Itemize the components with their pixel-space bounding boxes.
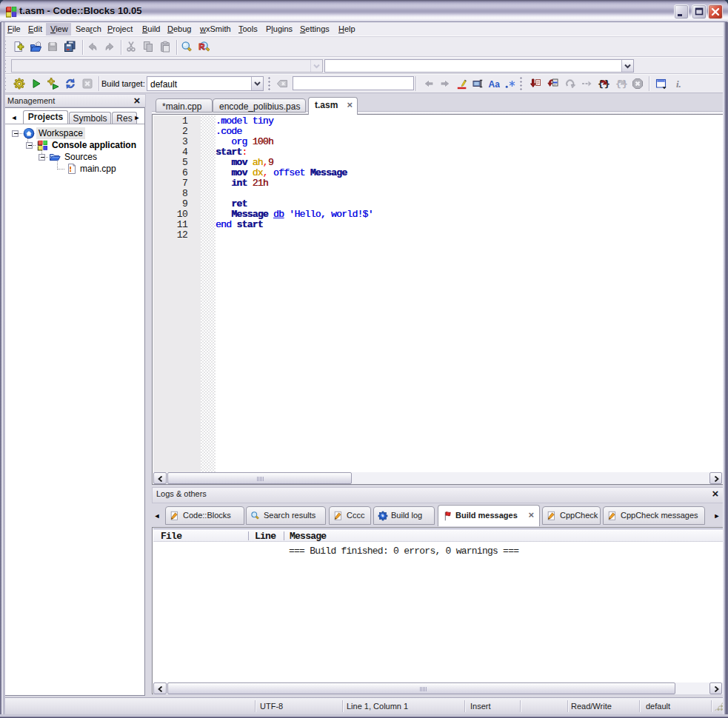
scroll-left-icon[interactable] — [153, 472, 167, 484]
tab-close-icon[interactable]: × — [528, 509, 534, 520]
menu-edit[interactable]: Edit — [28, 22, 42, 36]
logs-tab-search-results[interactable]: Search results — [246, 506, 326, 525]
chevron-down-icon[interactable] — [621, 60, 633, 72]
tabs-scroll-right-icon[interactable]: ► — [133, 112, 141, 124]
build-target-combo[interactable]: default — [147, 76, 264, 91]
dbg-windows-button[interactable] — [653, 76, 670, 93]
logs-tab-cppcheck[interactable]: CppCheck — [542, 506, 601, 525]
menu-project[interactable]: Project — [107, 22, 133, 36]
selection-button[interactable] — [470, 76, 487, 93]
editor-tab--main-cpp[interactable]: *main.cpp — [156, 98, 213, 113]
dbg-step-button[interactable] — [578, 76, 595, 93]
clear-search-button[interactable] — [274, 76, 291, 93]
replace-button[interactable]: R — [196, 38, 213, 56]
open-file-button[interactable] — [27, 38, 44, 56]
cut-button[interactable] — [123, 38, 140, 56]
menu-debug[interactable]: Debug — [167, 22, 191, 36]
tree-expander-icon[interactable] — [39, 154, 45, 161]
scroll-right-icon[interactable] — [709, 472, 722, 484]
management-pane-caption[interactable]: Management × — [3, 94, 146, 107]
tree-item-workspace[interactable]: Workspace — [5, 127, 144, 139]
scroll-right-icon[interactable] — [709, 682, 722, 694]
run-button[interactable] — [28, 76, 45, 93]
logs-hscroll-thumb[interactable] — [167, 682, 675, 694]
menu-build[interactable]: Build — [142, 22, 160, 36]
toolbar-gripper[interactable] — [520, 77, 524, 90]
management-close-icon[interactable]: × — [132, 95, 142, 107]
chevron-down-icon[interactable] — [251, 77, 263, 90]
menu-tools[interactable]: Tools — [238, 22, 258, 36]
fold-margin[interactable] — [201, 115, 216, 473]
menu-file[interactable]: File — [7, 22, 21, 36]
logs-close-icon[interactable]: × — [710, 488, 721, 500]
minimize-button[interactable] — [674, 4, 689, 19]
tree-item-console-application[interactable]: Console application — [5, 139, 144, 151]
tree-expander-icon[interactable] — [26, 142, 33, 149]
menu-settings[interactable]: Settings — [300, 22, 330, 36]
rebuild-button[interactable] — [62, 76, 79, 93]
dbg-step-out-button[interactable]: {} — [613, 76, 630, 93]
incremental-search-input[interactable] — [293, 76, 414, 90]
column-message[interactable]: Message — [290, 531, 326, 542]
logs-tab-cppcheck-messages[interactable]: CppCheck messages — [603, 506, 705, 525]
menu-plugins[interactable]: Plugins — [266, 22, 293, 36]
highlight-button[interactable] — [453, 76, 470, 93]
tabs-scroll-left-icon[interactable]: ◄ — [10, 112, 19, 124]
dbg-info-button[interactable]: i. — [672, 76, 689, 93]
dbg-next-line-button[interactable] — [562, 76, 579, 93]
copy-button[interactable] — [140, 38, 157, 56]
logs-scroll-right-icon[interactable]: ► — [712, 510, 721, 522]
regex-button[interactable] — [502, 76, 519, 93]
tab-close-icon[interactable]: × — [347, 98, 353, 112]
column-line[interactable]: Line — [255, 531, 275, 542]
nav-left-button[interactable] — [421, 76, 438, 93]
column-separator[interactable] — [284, 531, 284, 540]
column-file[interactable]: File — [161, 531, 181, 542]
find-button[interactable] — [178, 38, 196, 56]
tree-item-sources[interactable]: Sources — [5, 151, 144, 163]
logs-tab-code-blocks[interactable]: Code::Blocks — [165, 506, 244, 525]
management-tab-projects[interactable]: Projects — [23, 110, 68, 124]
logs-pane-caption[interactable]: Logs & others × — [152, 487, 724, 503]
tree-item-main-cpp[interactable]: main.cpp — [5, 163, 144, 175]
paste-button[interactable] — [157, 38, 174, 56]
maximize-button[interactable] — [692, 4, 707, 19]
nav-right-button[interactable] — [437, 76, 454, 93]
symbols-combo[interactable] — [324, 59, 634, 73]
menu-wxsmith[interactable]: wxSmith — [200, 22, 231, 36]
logs-tab-build-log[interactable]: Build log — [373, 506, 435, 525]
match-case-button[interactable]: Aa — [486, 76, 503, 93]
new-file-button[interactable] — [10, 38, 27, 56]
dbg-continue-button[interactable] — [527, 76, 544, 93]
close-button[interactable] — [708, 4, 723, 19]
editor-hscrollbar[interactable] — [153, 472, 724, 484]
management-tab-symbols[interactable]: Symbols — [69, 112, 111, 124]
build-and-run-button[interactable] — [45, 76, 62, 93]
toolbar-gripper[interactable] — [268, 77, 272, 90]
column-separator[interactable] — [248, 531, 249, 540]
editor-hscroll-thumb[interactable] — [167, 472, 352, 484]
abort-button[interactable] — [79, 76, 96, 93]
logs-tab-build-messages[interactable]: Build messages× — [438, 505, 540, 526]
save-button[interactable] — [44, 38, 61, 56]
menu-view[interactable]: View — [50, 22, 68, 36]
scroll-left-icon[interactable] — [153, 682, 167, 694]
save-all-button[interactable] — [61, 38, 79, 56]
logs-hscrollbar[interactable] — [153, 682, 724, 694]
compiler-combo[interactable] — [11, 59, 323, 73]
dbg-step-into-button[interactable]: {} — [595, 76, 612, 93]
editor-tab-encode-polibius-pas[interactable]: encode_polibius.pas — [213, 98, 306, 113]
dbg-stop-button[interactable] — [630, 76, 647, 93]
tree-expander-icon[interactable] — [12, 130, 19, 137]
menu-search[interactable]: Search — [76, 22, 101, 36]
menu-help[interactable]: Help — [338, 22, 355, 36]
undo-button[interactable] — [84, 38, 101, 56]
redo-button[interactable] — [101, 38, 118, 56]
logs-scroll-left-icon[interactable]: ◄ — [153, 510, 161, 522]
dbg-run-to-cursor-button[interactable] — [545, 76, 562, 93]
code-area[interactable]: .model tiny.code org 100hstart: mov ah,9… — [216, 115, 723, 473]
editor-tab-t-asm[interactable]: t.asm× — [308, 97, 358, 115]
title-bar[interactable]: t.asm - Code::Blocks 10.05 — [0, 0, 728, 22]
editor[interactable]: 123456789101112 .model tiny.code org 100… — [152, 114, 724, 485]
logs-tab-cccc[interactable]: Cccc — [329, 506, 371, 525]
